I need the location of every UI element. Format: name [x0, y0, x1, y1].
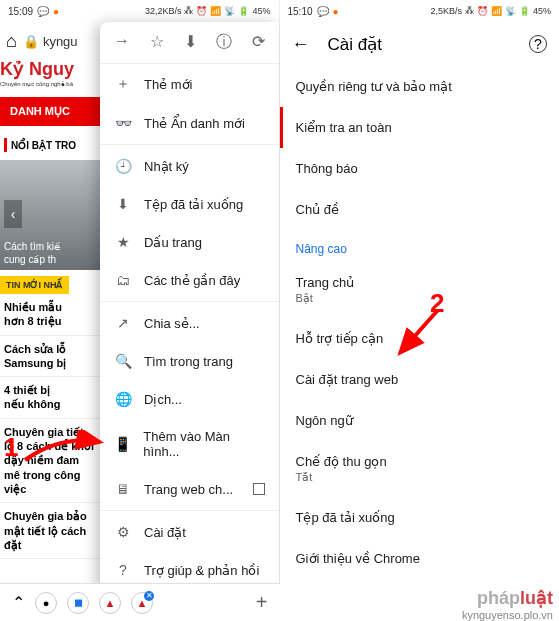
settings-header: ← Cài đặt ? [280, 22, 560, 66]
app-icon: ● [53, 6, 59, 17]
back-arrow-icon[interactable]: ← [292, 34, 310, 55]
tab-icon[interactable]: ▲ [131, 592, 153, 614]
setting-notifications[interactable]: Thông báo [280, 148, 560, 189]
status-time: 15:10 [288, 6, 313, 17]
search-icon: 🔍 [114, 353, 132, 369]
menu-settings[interactable]: ⚙Cài đặt [100, 513, 279, 551]
site-logo: Kỷ Nguy Chuyên mục công nghệ bá [0, 60, 100, 87]
plus-icon: ＋ [114, 75, 132, 93]
bottom-tab-bar: ⌃ ● ◼ ▲ ▲ + [0, 583, 280, 621]
bt-icon: ⁂ [465, 6, 474, 16]
setting-theme[interactable]: Chủ đề [280, 189, 560, 230]
watermark: phápluật kynguyenso.plo.vn [462, 587, 553, 621]
net-speed: 32,2KB/s [145, 6, 182, 16]
setting-accessibility[interactable]: Hỗ trợ tiếp cận [280, 318, 560, 359]
article-link[interactable]: Chuyên gia tiết lộ 8 cách để khơi dậy ni… [0, 419, 100, 503]
download-icon[interactable]: ⬇ [184, 32, 197, 53]
setting-privacy[interactable]: Quyền riêng tư và bảo mật [280, 66, 560, 107]
wifi-icon: 📡 [505, 6, 516, 16]
page-title: Cài đặt [328, 34, 512, 55]
bt-icon: ⁂ [184, 6, 193, 16]
menu-downloads[interactable]: ⬇Tệp đã tải xuống [100, 185, 279, 223]
menu-find[interactable]: 🔍Tìm trong trang [100, 342, 279, 380]
setting-safety-check[interactable]: Kiểm tra an toàn [280, 107, 560, 148]
star-icon[interactable]: ☆ [150, 32, 164, 53]
url-text: kyngu [43, 34, 78, 49]
setting-downloads[interactable]: Tệp đã tải xuống [280, 497, 560, 538]
tabs-icon: 🗂 [114, 272, 132, 288]
translate-icon: 🌐 [114, 391, 132, 407]
tab-icon[interactable]: ▲ [99, 592, 121, 614]
gear-icon: ⚙ [114, 524, 132, 540]
setting-lite-mode[interactable]: Chế độ thu gọn Tắt [280, 441, 560, 497]
featured-heading: NỔI BẬT TRO [0, 138, 100, 152]
setting-site-settings[interactable]: Cài đặt trang web [280, 359, 560, 400]
latest-news-badge: TIN MỚI NHẤ [0, 276, 69, 294]
new-tab-plus-icon[interactable]: + [256, 591, 268, 614]
desktop-icon: 🖥 [114, 481, 132, 497]
signal-icon: 📶 [210, 6, 221, 16]
net-speed: 2,5KB/s [430, 6, 462, 16]
section-advanced: Nâng cao [280, 230, 560, 262]
app-icon: ● [333, 6, 339, 17]
reload-icon[interactable]: ⟳ [252, 32, 265, 53]
article-link[interactable]: 4 thiết bị nếu không [0, 377, 100, 419]
phone-screen-left: 15:09 💬 ● 32,2KB/s ⁂ ⏰ 📶 📡 🔋 45% ⌂ 🔒 kyn… [0, 0, 280, 621]
status-bar: 15:10 💬 ● 2,5KB/s ⁂ ⏰ 📶 📡 🔋 45% [280, 0, 560, 22]
help-icon[interactable]: ? [529, 35, 547, 53]
article-link[interactable]: Cách sửa lỗSamsung bị [0, 336, 100, 378]
chevron-up-icon[interactable]: ⌃ [12, 593, 25, 612]
menu-recent-tabs[interactable]: 🗂Các thẻ gần đây [100, 261, 279, 299]
battery-icon: 🔋 [238, 6, 249, 16]
alarm-icon: ⏰ [196, 6, 207, 16]
battery-icon: 🔋 [519, 6, 530, 16]
chrome-overflow-menu: → ☆ ⬇ ⓘ ⟳ ＋Thẻ mới 👓Thẻ Ẩn danh mới 🕘Nhậ… [100, 22, 279, 589]
setting-homepage[interactable]: Trang chủ Bật [280, 262, 560, 318]
battery-pct: 45% [533, 6, 551, 16]
wifi-icon: 📡 [224, 6, 235, 16]
article-link[interactable]: Nhiều mẫu hơn 8 triệu [0, 294, 100, 336]
setting-about[interactable]: Giới thiệu về Chrome [280, 538, 560, 579]
incognito-icon: 👓 [114, 115, 132, 131]
messenger-icon: 💬 [317, 6, 329, 17]
signal-icon: 📶 [491, 6, 502, 16]
menu-incognito[interactable]: 👓Thẻ Ẩn danh mới [100, 104, 279, 142]
menu-desktop-site[interactable]: 🖥Trang web ch... [100, 470, 279, 508]
tab-icon[interactable]: ◼ [67, 592, 89, 614]
article-link[interactable]: Chuyên gia bảo mật tiết lộ cách đặt [0, 503, 100, 559]
category-button[interactable]: DANH MỤC [0, 97, 100, 126]
menu-new-tab[interactable]: ＋Thẻ mới [100, 64, 279, 104]
lock-icon: 🔒 [23, 34, 39, 49]
battery-pct: 45% [252, 6, 270, 16]
menu-add-homescreen[interactable]: 📱Thêm vào Màn hình... [100, 418, 279, 470]
share-icon: ↗ [114, 315, 132, 331]
download-icon: ⬇ [114, 196, 132, 212]
status-bar: 15:09 💬 ● 32,2KB/s ⁂ ⏰ 📶 📡 🔋 45% [0, 0, 279, 22]
history-icon: 🕘 [114, 158, 132, 174]
bookmark-icon: ★ [114, 234, 132, 250]
forward-icon[interactable]: → [114, 32, 130, 53]
hero-caption: Cách tìm kiế cung cấp th [4, 240, 60, 266]
menu-share[interactable]: ↗Chia sẻ... [100, 304, 279, 342]
menu-bookmarks[interactable]: ★Dấu trang [100, 223, 279, 261]
setting-language[interactable]: Ngôn ngữ [280, 400, 560, 441]
chevron-left-icon[interactable]: ‹ [4, 200, 22, 228]
hero-image[interactable]: ‹ Cách tìm kiế cung cấp th [0, 160, 100, 270]
phone-screen-right: 15:10 💬 ● 2,5KB/s ⁂ ⏰ 📶 📡 🔋 45% ← Cài đặ… [280, 0, 560, 621]
menu-top-actions: → ☆ ⬇ ⓘ ⟳ [100, 22, 279, 64]
menu-history[interactable]: 🕘Nhật ký [100, 147, 279, 185]
page-content-behind: Kỷ Nguy Chuyên mục công nghệ bá DANH MỤC… [0, 60, 100, 559]
tab-icon[interactable]: ● [35, 592, 57, 614]
home-icon[interactable]: ⌂ [6, 31, 17, 52]
help-icon: ? [114, 562, 132, 578]
alarm-icon: ⏰ [477, 6, 488, 16]
info-icon[interactable]: ⓘ [216, 32, 232, 53]
status-time: 15:09 [8, 6, 33, 17]
menu-translate[interactable]: 🌐Dịch... [100, 380, 279, 418]
checkbox-icon[interactable] [253, 483, 265, 495]
phone-icon: 📱 [114, 436, 131, 452]
url-box[interactable]: 🔒 kyngu [23, 34, 78, 49]
messenger-icon: 💬 [37, 6, 49, 17]
